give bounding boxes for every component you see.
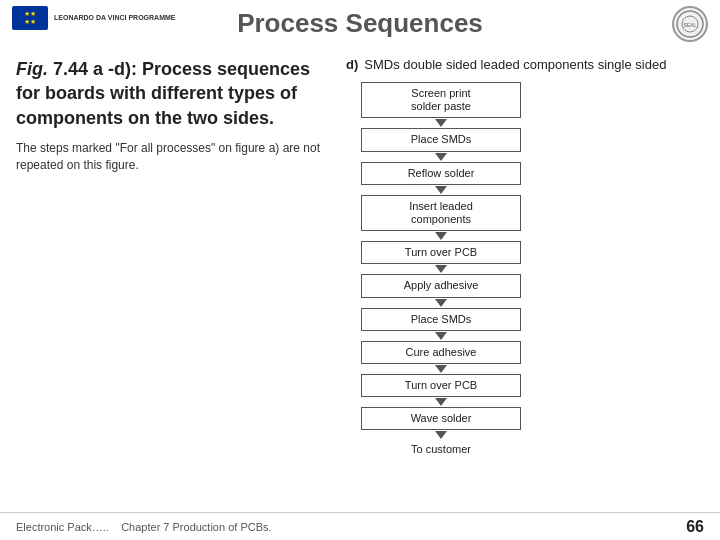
footer-publication: Electronic Pack….. — [16, 521, 109, 533]
flow-step-7: Cure adhesive — [361, 341, 521, 364]
footer-left: Electronic Pack….. Chapter 7 Production … — [16, 521, 272, 533]
flow-step-3: Insert leadedcomponents — [361, 195, 521, 231]
fig-label: Fig. — [16, 59, 48, 79]
arrow-3 — [435, 232, 447, 240]
fig-subtitle: 7.44 a -d): Process sequences for boards… — [16, 59, 310, 128]
right-panel: d) SMDs double sided leaded components s… — [336, 57, 704, 492]
flow-step-8: Turn over PCB — [361, 374, 521, 397]
eu-flag-icon: ★★★★ — [12, 6, 48, 30]
footer-chapter: Chapter 7 Production of PCBs. — [121, 521, 271, 533]
flow-step-6: Place SMDs — [361, 308, 521, 331]
fig-note: The steps marked "For all processes" on … — [16, 140, 326, 174]
flow-step-4: Turn over PCB — [361, 241, 521, 264]
d-description: SMDs double sided leaded components sing… — [364, 57, 666, 74]
logo-left: ★★★★ LEONARDO DA VINCI programme — [12, 6, 175, 30]
flow-diagram: Screen printsolder paste Place SMDs Refl… — [346, 82, 536, 455]
logo-text: LEONARDO DA VINCI programme — [54, 14, 175, 22]
page-title: Process Sequences — [237, 8, 483, 39]
flow-end-label: To customer — [411, 443, 471, 455]
arrow-7 — [435, 365, 447, 373]
arrow-8 — [435, 398, 447, 406]
fig-title: Fig. 7.44 a -d): Process sequences for b… — [16, 57, 326, 130]
arrow-0 — [435, 119, 447, 127]
d-row: d) SMDs double sided leaded components s… — [346, 57, 666, 76]
flow-step-5: Apply adhesive — [361, 274, 521, 297]
logo-right-icon: SEAL — [672, 6, 708, 42]
arrow-6 — [435, 332, 447, 340]
flow-step-2: Reflow solder — [361, 162, 521, 185]
flow-step-9: Wave solder — [361, 407, 521, 430]
flow-step-1: Place SMDs — [361, 128, 521, 151]
footer-page: 66 — [686, 518, 704, 536]
arrow-9 — [435, 431, 447, 439]
header: ★★★★ LEONARDO DA VINCI programme Process… — [0, 0, 720, 47]
flow-step-0: Screen printsolder paste — [361, 82, 521, 118]
svg-text:SEAL: SEAL — [684, 22, 697, 28]
footer: Electronic Pack….. Chapter 7 Production … — [0, 512, 720, 540]
d-label: d) — [346, 57, 358, 72]
arrow-1 — [435, 153, 447, 161]
main-content: Fig. 7.44 a -d): Process sequences for b… — [0, 47, 720, 502]
left-panel: Fig. 7.44 a -d): Process sequences for b… — [16, 57, 326, 492]
arrow-2 — [435, 186, 447, 194]
arrow-4 — [435, 265, 447, 273]
arrow-5 — [435, 299, 447, 307]
